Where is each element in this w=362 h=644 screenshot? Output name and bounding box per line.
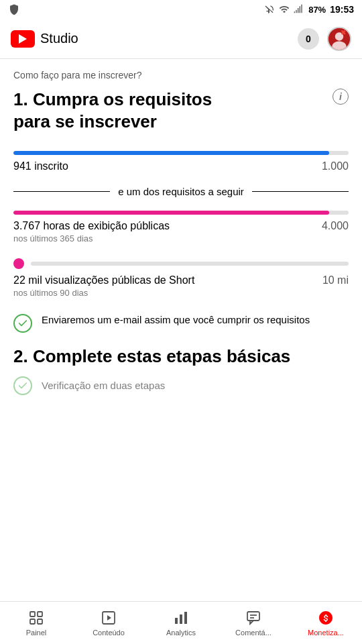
svg-marker-10 [107, 615, 111, 621]
nav-item-conteudo[interactable]: Conteúdo [72, 602, 145, 644]
short-views-labels: 22 mil visualizações públicas de Short 1… [13, 274, 349, 286]
checkmark-icon [17, 318, 28, 329]
check-circle-email [13, 314, 32, 333]
subscribers-labels: 941 inscrito 1.000 [13, 160, 349, 172]
app-title: Studio [40, 31, 78, 46]
svg-rect-5 [30, 612, 35, 616]
signal-icon [294, 4, 304, 15]
conteudo-label: Conteúdo [93, 629, 125, 637]
watch-hours-labels: 3.767 horas de exibição públicas 4.000 [13, 220, 349, 232]
watch-hours-target: 4.000 [322, 220, 349, 232]
step2-partial-row: Verificação em duas etapas [13, 375, 349, 395]
comentarios-label: Comentá... [235, 629, 272, 637]
watch-hours-track [13, 211, 349, 215]
short-views-target: 10 mi [322, 274, 349, 286]
content-icon [101, 610, 117, 626]
subscribers-fill [13, 151, 329, 155]
wifi-icon [279, 4, 290, 15]
email-notice-row: Enviaremos um e-mail assim que você cump… [13, 313, 349, 333]
nav-item-monetizacao[interactable]: Monetiza... [290, 602, 362, 644]
mute-icon [264, 4, 275, 15]
watch-hours-sublabel: nos últimos 365 dias [13, 233, 349, 244]
svg-rect-11 [175, 618, 178, 624]
shield-icon [8, 3, 20, 15]
step1-header: 1. Cumpra os requisitospara se inscrever… [13, 89, 349, 142]
conteudo-icon [100, 609, 117, 627]
svg-rect-8 [38, 619, 42, 624]
email-notice-text: Enviaremos um e-mail assim que você cump… [42, 313, 310, 327]
divider-text: e um dos requisitos a seguir [118, 186, 244, 197]
dollar-icon [318, 610, 334, 626]
avatar-icon [328, 27, 350, 51]
main-content: Como faço para me inscrever? 1. Cumpra o… [0, 59, 362, 601]
comments-icon [245, 610, 261, 626]
short-views-dot [13, 258, 24, 269]
checkmark-icon-2 [17, 380, 28, 391]
nav-item-painel[interactable]: Painel [0, 602, 72, 644]
dashboard-icon [28, 610, 44, 626]
painel-label: Painel [26, 629, 47, 637]
status-right: 87% 19:53 [264, 4, 354, 15]
short-views-sublabel: nos últimos 90 dias [13, 288, 349, 298]
two-factor-text: Verificação em duas etapas [42, 378, 165, 392]
header-left: Studio [11, 30, 78, 48]
analytics-icon [172, 609, 190, 627]
app-header: Studio 0 [0, 19, 362, 59]
svg-rect-13 [184, 612, 187, 624]
svg-rect-6 [38, 612, 42, 616]
battery-text: 87% [308, 5, 326, 15]
step2-title: 2. Complete estas etapas básicas [13, 346, 349, 367]
bar-chart-icon [173, 610, 189, 626]
status-time: 19:53 [330, 4, 354, 15]
watch-hours-current: 3.767 horas de exibição públicas [13, 220, 170, 232]
status-bar: 87% 19:53 [0, 0, 362, 19]
svg-rect-7 [30, 619, 35, 624]
bottom-navigation: Painel Conteúdo Analytics [0, 601, 362, 644]
header-right: 0 [298, 27, 351, 51]
divider-row: e um dos requisitos a seguir [13, 186, 349, 197]
painel-icon [27, 609, 45, 627]
subscribers-progress-wrap [13, 151, 349, 155]
notification-badge[interactable]: 0 [298, 28, 319, 50]
info-icon[interactable]: i [333, 89, 349, 105]
how-to-label: Como faço para me inscrever? [13, 70, 349, 80]
step1-title: 1. Cumpra os requisitospara se inscrever [13, 89, 333, 132]
short-views-track [31, 262, 349, 266]
watch-hours-progress-wrap [13, 211, 349, 215]
short-views-current: 22 mil visualizações públicas de Short [13, 274, 194, 286]
analytics-label: Analytics [166, 629, 196, 637]
comentarios-icon [245, 609, 262, 627]
divider-left [13, 191, 110, 193]
monetizacao-label: Monetiza... [308, 629, 344, 637]
monetizacao-icon [317, 609, 335, 627]
divider-right [252, 191, 349, 193]
subscribers-current: 941 inscrito [13, 160, 68, 172]
nav-item-comentarios[interactable]: Comentá... [217, 602, 290, 644]
nav-item-analytics[interactable]: Analytics [145, 602, 217, 644]
svg-rect-12 [180, 614, 182, 624]
svg-rect-14 [247, 612, 259, 621]
short-views-block: 22 mil visualizações públicas de Short 1… [13, 258, 349, 298]
watch-hours-fill [13, 211, 329, 215]
subscribers-track [13, 151, 349, 155]
short-views-progress-wrap [13, 258, 349, 269]
avatar[interactable] [327, 27, 351, 51]
status-left [8, 3, 20, 15]
svg-point-2 [332, 41, 346, 50]
check-circle-2fa [13, 376, 32, 395]
watch-hours-block: 3.767 horas de exibição públicas 4.000 n… [13, 211, 349, 244]
subscribers-target: 1.000 [322, 160, 349, 172]
youtube-logo [11, 30, 35, 48]
